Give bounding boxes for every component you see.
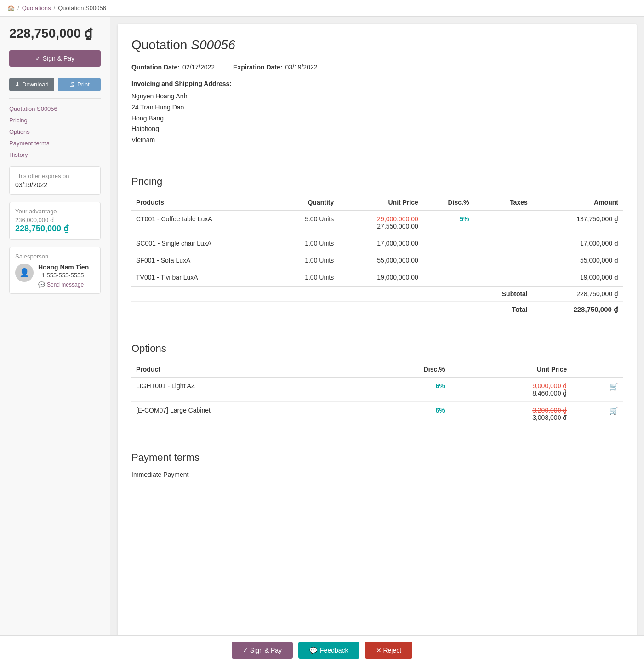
price-strikethrough: 9,000,000 ₫: [454, 382, 567, 390]
chat-icon: 💬: [38, 281, 45, 288]
discount-val: [423, 269, 474, 286]
sidebar-item-options[interactable]: Options: [9, 127, 101, 136]
chat-bubble-icon: 💬: [309, 647, 317, 654]
salesperson-box: Salesperson 👤 Hoang Nam Tien +1 555-555-…: [9, 247, 101, 294]
footer-bar: ✓ Sign & Pay 💬 Feedback ✕ Reject: [0, 635, 644, 665]
address-line-2: 24 Tran Hung Dao: [131, 102, 623, 113]
pricing-section: Pricing Products Quantity Unit Price Dis…: [131, 171, 623, 317]
cart-icon[interactable]: 🛒: [609, 383, 618, 390]
expire-date: 03/19/2022: [15, 181, 95, 189]
expiration-date-item: Expiration Date: 03/19/2022: [233, 63, 317, 71]
opt-col-unit-price: Unit Price: [450, 362, 572, 377]
opt-add-to-cart[interactable]: 🛒: [571, 377, 623, 402]
sidebar-item-quotation[interactable]: Quotation S00056: [9, 104, 101, 113]
unit-price-val: 19,000,000.00: [338, 269, 423, 286]
price-strikethrough: 29,000,000.00: [343, 215, 418, 223]
address-title: Invoicing and Shipping Address:: [131, 80, 623, 87]
print-icon: 🖨: [69, 81, 75, 88]
price-original: 236,000,000 ₫: [15, 217, 95, 224]
quote-meta: Quotation Date: 02/17/2022 Expiration Da…: [131, 63, 623, 71]
expiration-date-label: Expiration Date:: [233, 63, 282, 71]
taxes-val: [473, 269, 532, 286]
payment-terms-title: Payment terms: [131, 447, 623, 464]
list-item: LIGHT001 - Light AZ 6% 9,000,000 ₫ 8,460…: [131, 377, 623, 402]
discount-val: [423, 235, 474, 252]
salesperson-label: Salesperson: [15, 253, 95, 260]
col-quantity: Quantity: [274, 195, 338, 210]
print-label: Print: [77, 81, 90, 88]
sidebar-item-history[interactable]: History: [9, 150, 101, 159]
discount-val: [423, 252, 474, 269]
taxes-val: [473, 252, 532, 269]
total-label: Total: [473, 301, 532, 317]
taxes-val: [473, 210, 532, 235]
opt-unit-price: 9,000,000 ₫ 8,460,000 ₫: [450, 377, 572, 402]
product-name: CT001 - Coffee table LuxA: [131, 210, 274, 235]
sidebar-item-payment-terms[interactable]: Payment terms: [9, 139, 101, 148]
payment-terms-section: Payment terms Immediate Payment: [131, 447, 623, 478]
unit-price-val: 17,000,000.00: [338, 235, 423, 252]
expiration-date-value: 03/19/2022: [285, 63, 317, 71]
address-lines: Nguyen Hoang Anh 24 Tran Hung Dao Hong B…: [131, 91, 623, 146]
col-amount: Amount: [532, 195, 623, 210]
payment-terms-value: Immediate Payment: [131, 471, 623, 478]
send-message-link[interactable]: 💬 Send message: [38, 281, 89, 288]
quotation-title: Quotation S00056: [131, 38, 623, 52]
quotation-date-value: 02/17/2022: [182, 63, 215, 71]
download-button[interactable]: ⬇ Download: [9, 78, 54, 91]
product-name: SF001 - Sofa LuxA: [131, 252, 274, 269]
sidebar: 228,750,000 ₫ ✓ Sign & Pay ⬇ Download 🖨 …: [0, 17, 110, 663]
col-products: Products: [131, 195, 274, 210]
title-prefix: Quotation: [131, 38, 191, 52]
amount-val: 17,000,000 ₫: [532, 235, 623, 252]
advantage-label: Your advantage: [15, 208, 95, 215]
advantage-box: Your advantage 236,000,000 ₫ 228,750,000…: [9, 202, 101, 240]
amount-val: 19,000,000 ₫: [532, 269, 623, 286]
salesperson-phone: +1 555-555-5555: [38, 272, 89, 279]
sidebar-item-pricing[interactable]: Pricing: [9, 116, 101, 125]
footer-sign-pay-button[interactable]: ✓ Sign & Pay: [232, 642, 293, 659]
sign-pay-button[interactable]: ✓ Sign & Pay: [9, 50, 101, 67]
quotation-date-item: Quotation Date: 02/17/2022: [131, 63, 215, 71]
opt-product-name: [E-COM07] Large Cabinet: [131, 401, 365, 426]
cart-icon[interactable]: 🛒: [609, 407, 618, 415]
table-row: SF001 - Sofa LuxA 1.00 Units 55,000,000.…: [131, 252, 623, 269]
subtotal-label: Subtotal: [473, 286, 532, 302]
address-line-1: Nguyen Hoang Anh: [131, 91, 623, 102]
footer-feedback-button[interactable]: 💬 Feedback: [298, 642, 359, 659]
price-strikethrough: 3,200,000 ₫: [454, 407, 567, 414]
subtotal-value: 228,750,000 ₫: [532, 286, 623, 302]
product-name: SC001 - Single chair LuxA: [131, 235, 274, 252]
col-unit-price: Unit Price: [338, 195, 423, 210]
download-icon: ⬇: [15, 81, 20, 88]
offer-expires-label: This offer expires on: [15, 172, 95, 179]
opt-col-action: [571, 362, 623, 377]
opt-add-to-cart[interactable]: 🛒: [571, 401, 623, 426]
table-row: SC001 - Single chair LuxA 1.00 Units 17,…: [131, 235, 623, 252]
price-discounted: 228,750,000 ₫: [15, 224, 95, 234]
print-button[interactable]: 🖨 Print: [58, 78, 101, 91]
opt-discount-val: 6%: [365, 401, 450, 426]
quantity-val: 1.00 Units: [274, 252, 338, 269]
sidebar-nav: Quotation S00056 Pricing Options Payment…: [9, 98, 101, 159]
sidebar-amount: 228,750,000 ₫: [9, 26, 101, 41]
feedback-label: Feedback: [320, 647, 348, 654]
send-message-label: Send message: [47, 281, 84, 288]
amount-val: 55,000,000 ₫: [532, 252, 623, 269]
address-section: Invoicing and Shipping Address: Nguyen H…: [131, 80, 623, 146]
opt-unit-price: 3,200,000 ₫ 3,008,000 ₫: [450, 401, 572, 426]
address-line-5: Vietnam: [131, 135, 623, 146]
breadcrumb-sep-2: /: [54, 5, 56, 11]
address-line-4: Haiphong: [131, 124, 623, 135]
total-value: 228,750,000 ₫: [532, 301, 623, 317]
breadcrumb-current: Quotation S00056: [58, 5, 106, 11]
download-label: Download: [22, 81, 49, 88]
footer-reject-button[interactable]: ✕ Reject: [365, 642, 413, 659]
col-discount: Disc.%: [423, 195, 474, 210]
discount-val: 5%: [423, 210, 474, 235]
quantity-val: 1.00 Units: [274, 235, 338, 252]
breadcrumb-quotations[interactable]: Quotations: [22, 5, 51, 11]
avatar: 👤: [15, 264, 34, 282]
home-icon[interactable]: 🏠: [7, 5, 15, 11]
taxes-val: [473, 235, 532, 252]
